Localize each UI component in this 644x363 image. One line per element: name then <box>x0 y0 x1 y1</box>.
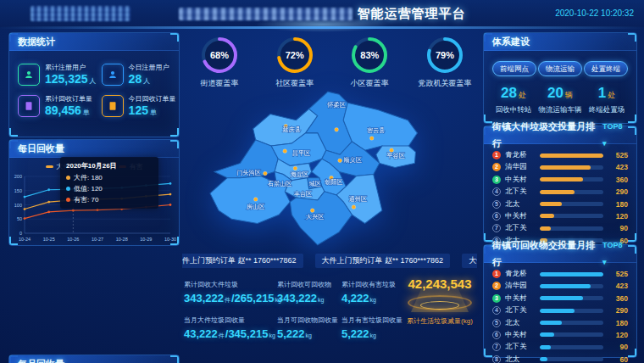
rank-badge: 4 <box>492 306 501 315</box>
panel-title: 街镇大件垃圾交投量月排行 <box>492 118 602 152</box>
rank-value: 90 <box>608 343 628 351</box>
rank-value: 423 <box>608 163 628 171</box>
summary-label: 当月可回收物回收量 <box>277 316 338 325</box>
stat-label: 今日回收订单量 <box>129 94 176 103</box>
system-stat-label: 回收中转站 <box>491 105 536 115</box>
rank-bar <box>540 226 603 231</box>
rank-value: 180 <box>608 200 628 209</box>
panel-system-construction: 体系建设 前端网点物流运输处置终端 28处回收中转站20辆物流运输车辆1处终端处… <box>483 32 637 124</box>
rank-name: 中关村 <box>505 293 536 304</box>
stat-value: 89,456单 <box>45 103 92 117</box>
order-icon <box>102 95 124 117</box>
tooltip-row: 大件: 180 <box>66 173 153 182</box>
gauge-percent: 72% <box>275 36 314 75</box>
panel-title: 每月回收量 <box>18 355 64 363</box>
rank-name: 北下关 <box>505 342 536 352</box>
panel-daily-recovery: 每日回收量 大件低值有害 05010015020010-2410-2510-26… <box>8 139 180 246</box>
panel-title: 街镇可回收物交投量月排行 <box>492 237 602 271</box>
stat-card: 今日回收订单量125单 <box>102 94 176 117</box>
district-dot <box>283 149 287 154</box>
rank-value: 360 <box>608 176 628 184</box>
rank-row: 5北太180 <box>492 199 628 209</box>
rank-badge: 6 <box>492 212 501 221</box>
top8-dropdown[interactable]: TOP8 ▾ <box>602 237 628 271</box>
summary-value: 5,222kg <box>277 327 338 340</box>
rank-row: 3中关村360 <box>492 293 628 304</box>
summary-value: 343,222kg <box>277 292 331 304</box>
reduction-label: 累计生活垃圾减量(kg) <box>401 316 479 326</box>
district-label: 通州区 <box>349 195 367 203</box>
system-stat-label: 终端处置场 <box>584 105 630 115</box>
rank-name: 北太 <box>505 199 536 209</box>
rank-value: 180 <box>608 319 628 327</box>
recovery-summary: 42,243,543 累计生活垃圾减量(kg) 累计回收大件垃圾343,222件… <box>182 275 479 360</box>
rank-badge: 6 <box>492 331 501 339</box>
summary-cell: 当月可回收物回收量5,222kg <box>277 316 338 340</box>
rank-value: 60 <box>608 355 628 363</box>
svg-text:10-29: 10-29 <box>140 237 152 242</box>
rank-value: 120 <box>608 212 628 221</box>
datetime: 2020-10-22 10:20:32 <box>555 0 634 27</box>
panel-bulky-waste-rank: 街镇大件垃圾交投量月排行 TOP8 ▾ 1青龙桥5252清华园4233中关村36… <box>483 126 637 243</box>
rank-bar <box>540 332 603 337</box>
district-label: 平谷区 <box>386 152 404 159</box>
svg-text:150: 150 <box>14 188 22 193</box>
rank-bar <box>540 154 603 158</box>
summary-label: 累计回收大件垃圾 <box>184 280 282 289</box>
rank-bar <box>540 357 603 361</box>
rank-value: 120 <box>608 331 628 339</box>
rank-row: 6中关村120 <box>492 211 628 221</box>
svg-text:10-26: 10-26 <box>67 237 79 242</box>
rank-row: 3中关村360 <box>492 175 628 185</box>
top8-dropdown[interactable]: TOP8 ▾ <box>602 118 628 152</box>
district-dot <box>352 205 356 209</box>
district-dot <box>369 137 374 141</box>
system-stat-value: 20辆 <box>537 85 583 102</box>
svg-text:0: 0 <box>19 231 22 236</box>
rank-badge: 3 <box>492 294 501 303</box>
ticker-item: 大件上门预约订单 赵** 1760***7862 <box>182 254 303 268</box>
district-label: 顺义区 <box>343 156 362 164</box>
tab-处置终端[interactable]: 处置终端 <box>584 61 628 76</box>
rank-row: 6中关村120 <box>492 330 628 340</box>
svg-text:100: 100 <box>14 203 22 208</box>
district-label: 门头沟区 <box>236 169 260 176</box>
rank-name: 北下关 <box>505 187 536 197</box>
order-icon <box>18 95 40 117</box>
chevron-down-icon: ▾ <box>602 258 607 266</box>
rank-badge: 5 <box>492 200 501 209</box>
gauge-percent: 79% <box>425 36 464 75</box>
rank-name: 清华园 <box>505 162 536 172</box>
summary-label: 累计回收可回收物 <box>277 280 331 289</box>
stat-label: 累计回收订单量 <box>45 94 92 103</box>
stat-value: 28人 <box>129 72 169 86</box>
district-label: 房山区 <box>247 203 264 210</box>
panel-title: 体系建设 <box>492 33 530 50</box>
stat-card: 累计回收订单量89,456单 <box>18 94 97 117</box>
tab-物流运输[interactable]: 物流运输 <box>538 61 582 76</box>
rank-badge: 1 <box>492 270 501 278</box>
district-label: 怀柔区 <box>326 101 345 109</box>
gauge-percent: 68% <box>200 36 239 75</box>
district-label: 朝阳区 <box>324 178 342 186</box>
svg-text:10-30: 10-30 <box>164 237 176 242</box>
tab-前端网点[interactable]: 前端网点 <box>492 61 536 76</box>
rank-badge: 5 <box>492 319 501 327</box>
panel-monthly-recovery: 每月回收量 大件低值有害 050100150200202005801606020… <box>8 355 180 363</box>
svg-text:10-28: 10-28 <box>116 237 128 242</box>
system-stat-label: 物流运输车辆 <box>537 105 583 115</box>
district-label: 昌平区 <box>292 149 310 157</box>
summary-value: 4,222kg <box>341 292 396 304</box>
district-dot <box>338 159 342 163</box>
district-dot <box>310 209 314 213</box>
district-dot <box>390 148 394 153</box>
gauge-percent: 83% <box>350 36 389 75</box>
rank-name: 中关村 <box>505 211 536 221</box>
stat-value: 125,325人 <box>45 72 97 86</box>
svg-text:10-25: 10-25 <box>43 237 55 242</box>
summary-label: 累计回收有害垃圾 <box>341 280 396 289</box>
rank-row: 5北太180 <box>492 318 628 328</box>
summary-value: 5,222kg <box>341 327 402 340</box>
summary-cell: 累计回收有害垃圾4,222kg <box>341 280 396 304</box>
rank-value: 290 <box>608 187 628 196</box>
